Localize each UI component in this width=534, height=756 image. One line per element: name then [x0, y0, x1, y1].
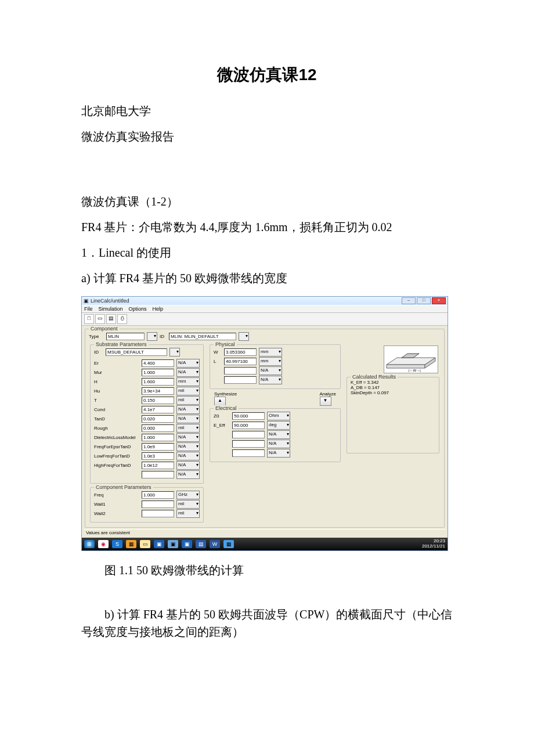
taskbar-explorer-icon[interactable]: ▭: [140, 540, 150, 548]
menu-file[interactable]: File: [84, 306, 93, 312]
body-item-b: b) 计算 FR4 基片的 50 欧姆共面波导（CPW）的横截面尺寸（中心信号线…: [81, 606, 453, 640]
menu-simulation[interactable]: Simulation: [99, 306, 123, 312]
param-unit-select[interactable]: mil: [176, 509, 200, 518]
param-input[interactable]: 4.400: [142, 359, 174, 367]
taskbar-app-icon[interactable]: ▣: [168, 540, 178, 548]
start-button[interactable]: ⊞: [84, 540, 95, 548]
param-label: LowFreqForTanD: [94, 453, 139, 459]
param-row: N/A: [214, 449, 337, 458]
param-unit-select[interactable]: N/A: [176, 368, 200, 377]
param-input[interactable]: 1.0e3: [142, 452, 174, 460]
param-input[interactable]: 0.020: [142, 415, 174, 423]
param-unit-select[interactable]: N/A: [176, 433, 200, 442]
param-row: FreqForEpsrTanD1.0e9N/A: [94, 442, 200, 451]
id-input[interactable]: MLIN: MLIN_DEFAULT: [169, 333, 236, 340]
param-input[interactable]: 0.150: [142, 397, 174, 404]
param-input[interactable]: 1.600: [142, 378, 174, 386]
substrate-group: Substrate Parameters ID MSUB_DEFAULT Er4…: [90, 344, 204, 484]
taskbar-app-icon[interactable]: ▤: [196, 540, 206, 548]
type-dropdown[interactable]: [147, 332, 157, 341]
param-unit-select[interactable]: GHz: [176, 491, 200, 499]
window-maximize-button[interactable]: □: [417, 297, 431, 304]
window-minimize-button[interactable]: –: [402, 297, 416, 304]
taskbar-word-icon[interactable]: W: [210, 540, 220, 548]
taskbar-folder-icon[interactable]: ▦: [126, 540, 136, 548]
substrate-id-dropdown[interactable]: [169, 348, 180, 357]
param-input[interactable]: [232, 449, 265, 457]
toolbar-print-button[interactable]: ⎙: [117, 314, 127, 324]
param-input[interactable]: 4.1e7: [142, 406, 174, 413]
param-unit-select[interactable]: mm: [259, 348, 282, 357]
taskbar-app-icon[interactable]: ▣: [182, 540, 192, 548]
param-unit-select[interactable]: N/A: [176, 405, 200, 414]
taskbar-browser-icon[interactable]: S: [112, 540, 122, 548]
param-input[interactable]: 1.000: [142, 369, 174, 376]
param-input[interactable]: 1.000: [142, 434, 174, 441]
param-input[interactable]: [224, 376, 257, 384]
param-unit-select[interactable]: deg: [267, 421, 290, 430]
param-unit-select[interactable]: N/A: [176, 359, 200, 368]
param-input[interactable]: [142, 471, 174, 478]
param-unit-select[interactable]: Ohm: [267, 412, 290, 420]
param-input[interactable]: 3.053360: [224, 348, 257, 356]
param-unit-select[interactable]: N/A: [259, 376, 282, 384]
param-label: Rough: [94, 426, 139, 431]
window-close-button[interactable]: ×: [432, 297, 446, 304]
param-unit-select[interactable]: N/A: [176, 452, 200, 460]
param-unit-select[interactable]: N/A: [176, 461, 200, 470]
param-unit-select[interactable]: N/A: [176, 442, 200, 451]
param-row: L40.997100mm: [214, 357, 337, 366]
param-unit-select[interactable]: mil: [176, 500, 200, 509]
param-label: Z0: [214, 413, 230, 419]
param-unit-select[interactable]: N/A: [176, 470, 200, 479]
substrate-id-input[interactable]: MSUB_DEFAULT: [106, 348, 167, 356]
param-input[interactable]: [232, 440, 265, 448]
param-input[interactable]: [142, 510, 174, 517]
param-input[interactable]: 90.000: [232, 422, 265, 429]
param-unit-select[interactable]: mil: [176, 424, 200, 433]
param-row: Wall2mil: [94, 509, 200, 518]
param-row: Er4.400N/A: [94, 359, 200, 368]
param-unit-select[interactable]: N/A: [176, 415, 200, 423]
param-unit-select[interactable]: mm: [176, 377, 200, 386]
param-input[interactable]: 3.9e+34: [142, 387, 174, 395]
menu-help[interactable]: Help: [153, 306, 164, 312]
toolbar-new-button[interactable]: □: [84, 314, 94, 324]
param-label: W: [214, 350, 222, 355]
id-dropdown[interactable]: [239, 332, 249, 341]
param-unit-select[interactable]: mm: [259, 357, 282, 366]
param-input[interactable]: 0.000: [142, 424, 174, 432]
param-unit-select[interactable]: N/A: [267, 430, 290, 439]
toolbar-save-button[interactable]: ▤: [106, 314, 116, 324]
component-group: Component Type MLIN ID MLIN: MLIN_DEFAUL…: [85, 329, 445, 528]
param-unit-select[interactable]: N/A: [267, 440, 290, 448]
taskbar-app-icon[interactable]: ▦: [223, 540, 234, 548]
param-row: Mur1.000N/A: [94, 368, 200, 377]
param-input[interactable]: 40.997100: [224, 358, 257, 365]
taskbar-chrome-icon[interactable]: ◉: [98, 540, 109, 548]
param-input[interactable]: 50.000: [232, 412, 265, 420]
param-unit-select[interactable]: mil: [176, 387, 200, 395]
param-input[interactable]: 1.0e9: [142, 443, 174, 451]
param-unit-select[interactable]: N/A: [259, 366, 282, 375]
param-unit-select[interactable]: mil: [176, 396, 200, 405]
param-input[interactable]: [142, 501, 174, 508]
electrical-legend: Electrical: [214, 405, 239, 411]
param-label: DielectricLossModel: [94, 435, 139, 440]
result-line: A_DB = 0.147: [351, 385, 435, 390]
type-input[interactable]: MLIN: [106, 333, 145, 340]
toolbar-open-button[interactable]: ▭: [95, 314, 105, 324]
analyze-label: Analyze: [320, 391, 336, 397]
body-spec: FR4 基片：介电常数为 4.4,厚度为 1.6mm，损耗角正切为 0.02: [81, 218, 453, 236]
param-input[interactable]: [232, 431, 265, 438]
param-input[interactable]: [224, 367, 257, 375]
param-input[interactable]: 1.000: [142, 491, 174, 499]
menu-options[interactable]: Options: [129, 306, 147, 312]
taskbar-app-icon[interactable]: ▣: [154, 540, 164, 548]
param-input[interactable]: 1.0e12: [142, 462, 174, 469]
id-label: ID: [160, 334, 167, 339]
param-label: Wall1: [94, 502, 139, 507]
synthesize-button[interactable]: ▲: [214, 397, 226, 406]
analyze-button[interactable]: ▼: [320, 397, 331, 406]
param-unit-select[interactable]: N/A: [267, 449, 290, 458]
